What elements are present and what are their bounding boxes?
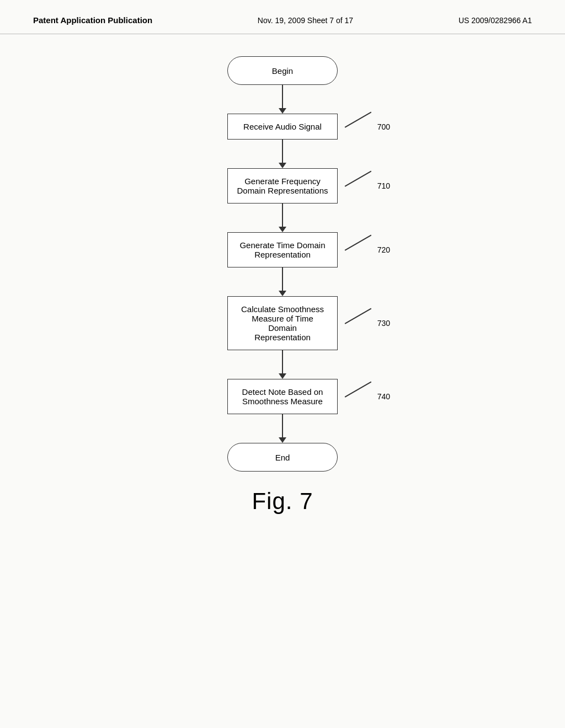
- arrow-1: [279, 108, 286, 114]
- connector-5: [279, 350, 286, 379]
- node-730-wrapper: Calculate SmoothnessMeasure of Time Doma…: [227, 296, 338, 350]
- ref-700: 700: [345, 122, 390, 131]
- arrow-6: [279, 437, 286, 443]
- ref-number-740: 740: [377, 392, 390, 401]
- arrow-2: [279, 163, 286, 168]
- patent-number-label: US 2009/0282966 A1: [459, 16, 532, 25]
- header: Patent Application Publication Nov. 19, …: [0, 0, 565, 34]
- connector-line-1: [282, 85, 283, 108]
- date-sheet-label: Nov. 19, 2009 Sheet 7 of 17: [258, 16, 353, 25]
- begin-label: Begin: [272, 66, 293, 76]
- connector-line-2: [282, 140, 283, 163]
- node-710-wrapper: Generate FrequencyDomain Representations…: [227, 168, 338, 204]
- end-node: End: [227, 443, 338, 472]
- node-740: Detect Note Based onSmoothness Measure: [227, 379, 338, 414]
- connector-line-4: [282, 267, 283, 291]
- node-730-label: Calculate SmoothnessMeasure of Time Doma…: [237, 304, 328, 342]
- connector-6: [279, 414, 286, 443]
- arrow-5: [279, 373, 286, 379]
- ref-710: 710: [345, 181, 390, 190]
- node-710-label: Generate FrequencyDomain Representations: [237, 176, 328, 195]
- ref-720: 720: [345, 245, 390, 254]
- node-720-label: Generate Time DomainRepresentation: [239, 240, 325, 259]
- connector-line-3: [282, 204, 283, 227]
- begin-node: Begin: [227, 56, 338, 85]
- end-label: End: [275, 453, 290, 462]
- node-720-wrapper: Generate Time DomainRepresentation 720: [227, 232, 338, 267]
- ref-slash-740: [344, 382, 371, 398]
- arrow-3: [279, 227, 286, 232]
- publication-label: Patent Application Publication: [33, 15, 152, 25]
- node-700: Receive Audio Signal: [227, 114, 338, 140]
- begin-node-wrapper: Begin: [227, 56, 338, 85]
- arrow-4: [279, 291, 286, 296]
- connector-3: [279, 204, 286, 232]
- flowchart: Begin Receive Audio Signal 700 Ge: [0, 34, 565, 515]
- ref-slash-700: [344, 111, 371, 127]
- connector-line-6: [282, 414, 283, 437]
- ref-slash-720: [344, 235, 371, 251]
- ref-number-720: 720: [377, 245, 390, 254]
- ref-number-710: 710: [377, 181, 390, 190]
- ref-number-730: 730: [377, 319, 390, 328]
- ref-730: 730: [345, 319, 390, 328]
- connector-1: [279, 85, 286, 114]
- page: Patent Application Publication Nov. 19, …: [0, 0, 565, 728]
- ref-slash-730: [344, 308, 371, 324]
- ref-slash-710: [344, 171, 371, 187]
- connector-line-5: [282, 350, 283, 373]
- ref-number-700: 700: [377, 122, 390, 131]
- node-720: Generate Time DomainRepresentation: [227, 232, 338, 267]
- node-730: Calculate SmoothnessMeasure of Time Doma…: [227, 296, 338, 350]
- ref-740: 740: [345, 392, 390, 401]
- fig-label: Fig. 7: [252, 488, 313, 515]
- node-710: Generate FrequencyDomain Representations: [227, 168, 338, 204]
- connector-4: [279, 267, 286, 296]
- end-node-wrapper: End: [227, 443, 338, 472]
- node-740-wrapper: Detect Note Based onSmoothness Measure 7…: [227, 379, 338, 414]
- node-740-label: Detect Note Based onSmoothness Measure: [242, 387, 323, 406]
- connector-2: [279, 140, 286, 168]
- node-700-wrapper: Receive Audio Signal 700: [227, 114, 338, 140]
- node-700-label: Receive Audio Signal: [243, 122, 322, 131]
